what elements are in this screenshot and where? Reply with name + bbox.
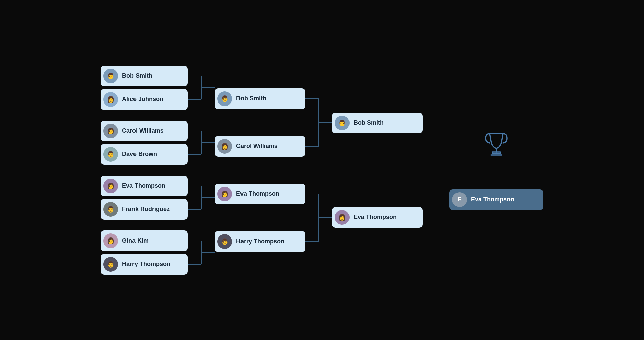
player-card-carol2: 👩Carol Williams (215, 136, 305, 157)
player-card-eva: 👩Eva Thompson (101, 176, 188, 196)
avatar-eva2: 👩 (217, 187, 232, 201)
player-card-dave: 👨Dave Brown (101, 144, 188, 165)
avatar-eva: 👩 (103, 179, 118, 193)
trophy-container (483, 130, 510, 157)
player-card-eva2: 👩Eva Thompson (215, 184, 305, 204)
name-harry: Harry Thompson (122, 261, 170, 268)
avatar-bob2: 👨 (217, 91, 232, 106)
player-card-gina: 👩Gina Kim (101, 230, 188, 251)
name-harry2: Harry Thompson (236, 238, 284, 245)
trophy-icon (483, 130, 510, 157)
name-gina: Gina Kim (122, 237, 149, 244)
player-card-bob2: 👨Bob Smith (215, 88, 305, 109)
winner-card: E Eva Thompson (449, 189, 543, 210)
name-alice: Alice Johnson (122, 96, 163, 103)
avatar-frank: 👨 (103, 202, 118, 217)
avatar-carol2: 👩 (217, 139, 232, 154)
player-card-bob: 👨Bob Smith (101, 66, 188, 86)
avatar-eva3: 👩 (335, 210, 350, 225)
name-bob3: Bob Smith (354, 119, 384, 126)
winner-name: Eva Thompson (471, 196, 514, 203)
avatar-carol: 👩 (103, 124, 118, 138)
name-dave: Dave Brown (122, 151, 157, 158)
name-frank: Frank Rodriguez (122, 206, 170, 213)
player-card-alice: 👩Alice Johnson (101, 89, 188, 110)
player-card-harry: 👨Harry Thompson (101, 254, 188, 275)
avatar-bob3: 👨 (335, 116, 350, 130)
name-eva3: Eva Thompson (354, 214, 397, 221)
player-card-carol: 👩Carol Williams (101, 121, 188, 141)
avatar-bob: 👨 (103, 69, 118, 83)
player-card-bob3: 👨Bob Smith (332, 113, 423, 133)
avatar-harry2: 👨 (217, 234, 232, 249)
winner-avatar: E (452, 192, 467, 207)
avatar-alice: 👩 (103, 92, 118, 107)
bracket-container: 👨Bob Smith👩Alice Johnson👩Carol Williams👨… (101, 66, 543, 275)
player-card-eva3: 👩Eva Thompson (332, 207, 423, 228)
avatar-gina: 👩 (103, 233, 118, 248)
name-bob2: Bob Smith (236, 95, 266, 102)
player-card-frank: 👨Frank Rodriguez (101, 199, 188, 220)
round-3: 👨Bob Smith👩Eva Thompson (332, 113, 423, 228)
name-eva: Eva Thompson (122, 182, 165, 189)
name-eva2: Eva Thompson (236, 190, 279, 197)
name-carol2: Carol Williams (236, 143, 278, 150)
player-card-harry2: 👨Harry Thompson (215, 231, 305, 252)
avatar-dave: 👨 (103, 147, 118, 162)
round-1: 👨Bob Smith👩Alice Johnson👩Carol Williams👨… (101, 66, 188, 275)
round-4: E Eva Thompson (449, 130, 543, 210)
round-2: 👨Bob Smith👩Carol Williams👩Eva Thompson👨H… (215, 88, 305, 252)
name-carol: Carol Williams (122, 127, 164, 134)
avatar-harry: 👨 (103, 257, 118, 272)
name-bob: Bob Smith (122, 72, 152, 79)
